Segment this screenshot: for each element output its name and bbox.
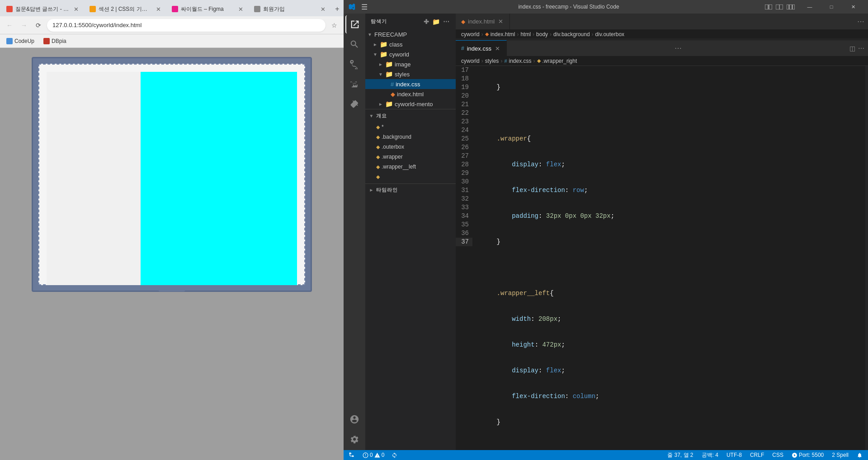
line-col-info[interactable]: 줄 37, 열 2 [665,450,695,460]
ln-33: 33 [456,203,472,212]
language-info[interactable]: CSS [770,450,785,460]
timeline-header[interactable]: ► 타임라인 [365,183,456,196]
new-file-icon[interactable]: ✚ [422,18,430,26]
bookmark-dbpia[interactable]: DBpia [41,37,69,45]
new-tab-button[interactable]: + [333,4,342,14]
ln-20: 20 [456,92,472,100]
ln-37: 37 [456,238,472,246]
settings-icon[interactable] [345,430,363,448]
css-tab-close-x[interactable]: ✕ [494,44,501,53]
split-editor-icon[interactable]: ◫ [849,45,855,52]
bookmark-button[interactable]: ☆ [328,19,340,31]
layout-icon-1[interactable] [765,5,772,9]
collapse-all-icon[interactable]: ⋯ [442,18,450,26]
bc2-index-css[interactable]: index.css [509,58,532,64]
status-bar: 0 0 줄 37, 열 2 공백: 4 UTF-8 CRLF CSS [344,450,868,460]
tab-close-2[interactable]: ✕ [155,5,162,14]
editor-tab-html[interactable]: ◆ index.html ✕ [456,14,510,29]
ln-34: 34 [456,212,472,221]
outline-item-wrapper-right[interactable]: ◆ [365,172,456,182]
close-button[interactable]: ✕ [843,0,863,14]
source-control-icon[interactable] [345,55,363,73]
more-actions-icon[interactable]: ⋯ [858,45,864,52]
bc2-styles[interactable]: styles [485,58,499,64]
outline-item-wrapper-left[interactable]: ◆ .wrapper__left [365,162,456,172]
image-folder-icon: 📁 [385,61,393,68]
new-folder-icon[interactable]: 📁 [432,18,440,26]
vscode-title: index.css - freecamp - Visual Studio Cod… [373,4,765,10]
html-tab-close[interactable]: ✕ [497,17,504,26]
tree-styles-folder[interactable]: ▼ 📁 styles [365,69,456,79]
layout-icon-2[interactable] [776,5,783,9]
ln-19: 19 [456,83,472,92]
account-icon[interactable] [345,410,363,428]
svg-rect-5 [789,5,792,9]
spell-info[interactable]: 2 Spell [830,450,850,460]
minimize-button[interactable]: — [799,0,820,14]
line-ending-label: CRLF [750,452,764,458]
browser-tabs-bar: 질문&답변 글쓰기 - 인프론... ✕ 섹션 2 | CSS의 기본과 씨..… [0,0,344,16]
sync-icon[interactable] [390,450,399,460]
spaces-info[interactable]: 공백: 4 [700,450,720,460]
outline-label-outerbox: .outerbox [382,144,404,150]
search-activity-icon[interactable] [345,35,363,53]
browser-tab-1[interactable]: 질문&답변 글쓰기 - 인프론... ✕ [2,2,84,16]
html-file-icon: ◆ [391,91,395,98]
tree-image-folder[interactable]: ► 📁 image [365,59,456,69]
outline-section: ▼ 개요 ◆ * ◆ .background ◆ .outerbox ◆ . [365,109,456,450]
tree-cyworld-folder[interactable]: ▼ 📁 cyworld [365,49,456,59]
address-input[interactable] [47,19,326,32]
code-line-22: padding: 32px 0px 0px 32px; [481,212,860,221]
debug-icon[interactable] [345,75,363,93]
mento-arrow-icon: ► [378,102,383,107]
outline-header[interactable]: ▼ 개요 [365,109,456,122]
tree-freecamp[interactable]: ▼ FREECAMP [365,29,456,39]
breadcrumb-top: cyworld › ◆ index.html › html › body › d… [456,29,868,39]
timeline-arrow-icon: ► [369,188,374,192]
bc-div-background[interactable]: div.background [553,31,590,38]
tab-close-1[interactable]: ✕ [73,5,80,14]
browser-tab-3[interactable]: 싸이월드 – Figma ✕ [167,2,249,16]
bc-html-tag[interactable]: html [520,31,531,38]
outline-item-wrapper[interactable]: ◆ .wrapper [365,152,456,162]
encoding-info[interactable]: UTF-8 [725,450,744,460]
port-info[interactable]: Port: 5500 [790,450,826,460]
tree-class-folder[interactable]: ► 📁 class [365,39,456,49]
hamburger-menu-button[interactable]: ☰ [359,1,370,12]
forward-button[interactable]: → [18,19,30,31]
extensions-icon[interactable] [345,95,363,113]
maximize-button[interactable]: □ [821,0,842,14]
outline-item-outerbox[interactable]: ◆ .outerbox [365,142,456,152]
bc-div-outerbox[interactable]: div.outerbox [595,31,624,38]
browser-tab-2[interactable]: 섹션 2 | CSS의 기본과 씨... ✕ [85,2,166,16]
code-editor[interactable]: 17 18 19 20 21 22 23 24 25 26 27 28 29 3… [456,66,868,450]
tab-label-4: 회원가입 [263,5,317,13]
tree-index-html[interactable]: ◆ index.html [365,89,456,99]
tab-close-3[interactable]: ✕ [237,5,244,14]
bc2-wrapper-right[interactable]: .wrapper_right [542,58,577,64]
bc-body[interactable]: body [536,31,548,38]
bookmark-codeup[interactable]: CodeUp [4,37,37,45]
sidebar-header: 탐색기 ✚ 📁 ⋯ [365,14,456,29]
back-button[interactable]: ← [4,19,15,31]
outline-symbol-icon-wr: ◆ [376,174,380,180]
editor-tab-css[interactable]: # index.css ✕ [456,40,507,56]
bc-index-html[interactable]: index.html [491,31,515,38]
layout-icon-3[interactable] [787,5,795,9]
editor-tab-more-bottom[interactable]: ⋯ [671,44,685,52]
tree-cyworld-mento-folder[interactable]: ► 📁 cyworld-mento [365,99,456,109]
outline-item-background[interactable]: ◆ .background [365,132,456,142]
outline-item-star[interactable]: ◆ * [365,122,456,132]
browser-tab-4[interactable]: 회원가입 ✕ [250,2,331,16]
bc-cyworld[interactable]: cyworld [461,31,480,38]
reload-button[interactable]: ⟳ [33,19,44,31]
git-branch-icon[interactable] [347,450,357,460]
bc2-cyworld[interactable]: cyworld [461,58,480,64]
editor-tab-more-top[interactable]: ⋯ [854,17,868,26]
tab-close-4[interactable]: ✕ [320,5,326,14]
notification-icon[interactable] [855,450,864,460]
error-count[interactable]: 0 0 [361,450,386,460]
tree-index-css[interactable]: # index.css [365,79,456,89]
explorer-icon[interactable] [345,15,363,33]
line-ending-info[interactable]: CRLF [748,450,766,460]
